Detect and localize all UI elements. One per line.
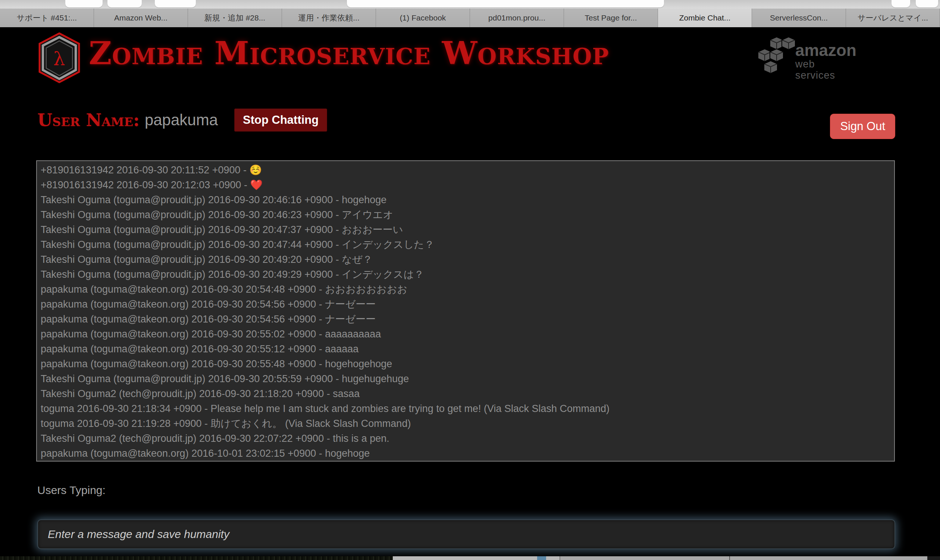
toolbar-button[interactable] — [108, 0, 142, 8]
chat-message: papakuma (toguma@takeon.org) 2016-09-30 … — [41, 282, 891, 297]
toolbar-button[interactable] — [65, 0, 103, 8]
background-window-divider — [729, 556, 730, 560]
user-name-label: User Name: — [37, 110, 140, 130]
chat-message: papakuma (toguma@takeon.org) 2016-09-30 … — [41, 327, 891, 342]
browser-tab-shinki-tsuika[interactable]: 新規・追加 #28... — [188, 9, 282, 27]
chat-message: Takeshi Oguma (toguma@proudit.jp) 2016-0… — [41, 252, 891, 267]
chat-message: Takeshi Oguma (toguma@proudit.jp) 2016-0… — [41, 267, 891, 282]
chat-message: Takeshi Oguma (toguma@proudit.jp) 2016-0… — [41, 371, 891, 386]
chat-message: papakuma (toguma@takeon.org) 2016-09-30 … — [41, 357, 891, 371]
username-value: papakuma — [145, 111, 218, 129]
chat-message: papakuma (toguma@takeon.org) 2016-09-30 … — [41, 342, 891, 357]
page-content: λ Zombie Microservice Workshop amazon we… — [0, 27, 940, 556]
user-bar: User Name: papakuma Stop Chatting — [37, 109, 327, 132]
browser-toolbar — [0, 0, 940, 9]
chat-message: Takeshi Oguma2 (tech@proudit.jp) 2016-09… — [41, 386, 891, 401]
aws-logo-amazon: amazon — [795, 42, 857, 58]
chat-message: toguma 2016-09-30 21:19:28 +0900 - 助けておく… — [41, 416, 891, 431]
message-input[interactable] — [37, 519, 895, 549]
browser-tab-serverlesscon[interactable]: ServerlessCon... — [752, 9, 846, 27]
browser-tab-serverless-micro[interactable]: サーバレスとマイ... — [846, 9, 940, 27]
chat-message: Takeshi Oguma2 (tech@proudit.jp) 2016-09… — [41, 431, 891, 446]
stop-chatting-button[interactable]: Stop Chatting — [234, 109, 327, 132]
browser-tab-amazon-web[interactable]: Amazon Web... — [94, 9, 188, 27]
chat-message: papakuma (toguma@takeon.org) 2016-09-30 … — [41, 312, 891, 327]
toolbar-button[interactable] — [155, 0, 196, 8]
browser-tab-facebook[interactable]: (1) Facebook — [376, 9, 470, 27]
browser-tab-zombie-chat[interactable]: Zombie Chat... — [658, 9, 752, 27]
aws-logo-web-services: web services — [795, 58, 857, 81]
background-dark-sliver — [927, 556, 940, 560]
chat-message: papakuma (toguma@takeon.org) 2016-09-30 … — [41, 297, 891, 312]
browser-tab-support[interactable]: サポート #451:... — [0, 9, 94, 27]
zombie-lambda-logo-icon: λ — [36, 32, 83, 83]
sign-out-button[interactable]: Sign Out — [830, 114, 895, 139]
chat-message: Takeshi Oguma (toguma@proudit.jp) 2016-0… — [41, 222, 891, 237]
page-title: Zombie Microservice Workshop — [89, 31, 609, 76]
chat-message: +819016131942 2016-09-30 20:12:03 +0900 … — [41, 177, 891, 192]
chat-message: papakuma (toguma@takeon.org) 2016-10-01 … — [41, 446, 891, 461]
svg-text:λ: λ — [53, 48, 65, 70]
browser-tab-pd01mon[interactable]: pd01mon.prou... — [470, 9, 564, 27]
background-window-sliver — [393, 556, 559, 560]
chat-message: Takeshi Oguma (toguma@proudit.jp) 2016-0… — [41, 192, 891, 207]
chat-message: toguma 2016-09-30 21:18:34 +0900 - Pleas… — [41, 401, 891, 416]
browser-tab-bar: サポート #451:... Amazon Web... 新規・追加 #28...… — [0, 9, 940, 27]
toolbar-button[interactable] — [916, 0, 938, 8]
browser-tab-unyou[interactable]: 運用・作業依頼... — [282, 9, 376, 27]
url-bar[interactable] — [347, 0, 664, 8]
chat-message: Takeshi Oguma (toguma@proudit.jp) 2016-0… — [41, 207, 891, 222]
desktop-background-strip — [0, 556, 940, 560]
aws-logo: amazon web services — [758, 35, 855, 80]
toolbar-button[interactable] — [892, 0, 910, 8]
background-window-accent — [537, 556, 546, 560]
aws-cubes-icon — [758, 35, 795, 77]
background-window-sliver — [559, 556, 928, 560]
chat-message: Takeshi Oguma (toguma@proudit.jp) 2016-0… — [41, 237, 891, 252]
chat-message: +819016131942 2016-09-30 20:11:52 +0900 … — [41, 163, 891, 177]
desktop-wallpaper-sliver — [0, 556, 393, 560]
users-typing-label: Users Typing: — [37, 484, 106, 497]
aws-logo-text: amazon web services — [795, 42, 857, 81]
browser-tab-test-page[interactable]: Test Page for... — [564, 9, 658, 27]
chat-log[interactable]: +819016131942 2016-09-30 20:11:52 +0900 … — [36, 160, 895, 462]
